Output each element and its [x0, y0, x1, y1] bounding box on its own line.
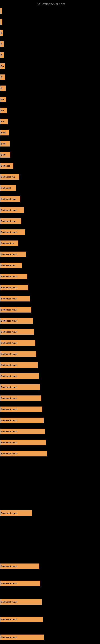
bar-row: Bottleneck result	[0, 394, 41, 402]
bar-fill: B	[0, 52, 4, 58]
bar-fill: Bottleneck result	[0, 252, 26, 257]
bar-fill: Bottleneck result	[0, 451, 47, 456]
bar-label: Bottleneck result	[1, 342, 17, 344]
bar-fill: Bottleneck resu	[0, 263, 22, 268]
bar-label: B	[1, 76, 2, 78]
bar-fill: Bottleneck re	[0, 240, 18, 246]
bar-fill: Bottleneck result	[0, 429, 45, 434]
bar-row: Bottleneck result	[0, 439, 46, 446]
bar-label: Bottlenec	[1, 165, 10, 167]
bar-row: Bottleneck resu	[0, 217, 21, 225]
bar-row: Bottleneck result	[0, 284, 28, 292]
bar-label: Bottleneck resu	[1, 264, 16, 267]
bar-label: Bottleneck result	[1, 298, 17, 300]
bar-fill: Bottleneck result	[0, 396, 41, 401]
bar-row: Bottleneck result	[0, 562, 39, 570]
bar-label: Bottleneck result	[1, 565, 17, 568]
bar-row: Bottleneck resu	[0, 262, 22, 269]
bar-fill: Bo	[0, 108, 7, 113]
bar-fill: Bottleneck result	[0, 296, 30, 302]
bar-label: Bo	[1, 98, 3, 100]
bar-label: Bottleneck result	[1, 320, 17, 322]
bar-fill: E	[0, 30, 3, 36]
bar-fill: Bottleneck	[0, 185, 16, 191]
bar-fill: B	[0, 86, 6, 91]
bar-fill: Bottleneck res	[0, 174, 19, 180]
bar-row: Bottleneck result	[0, 306, 31, 314]
bar-label: Bottl	[1, 154, 6, 156]
bar-label: E	[1, 32, 2, 34]
bar-row: Bottleneck result	[0, 328, 34, 336]
bar-fill: Bottleneck result	[0, 351, 36, 357]
bar-row: Bottleneck result	[0, 372, 39, 380]
bar-label: Bottleneck result	[1, 353, 17, 355]
bar-fill: Bottl	[0, 130, 9, 136]
bar-row: Bottl	[0, 140, 10, 148]
bar-label: Bottleneck result	[1, 452, 17, 455]
bar-fill: Bottleneck resu	[0, 196, 20, 202]
bar-fill: Bottleneck result	[0, 418, 44, 423]
bar-row: Bottleneck result	[0, 598, 42, 606]
bar-fill: Bottleneck result	[0, 230, 25, 235]
site-title: TheBottlenecker.com	[0, 1, 100, 8]
bar-label: Bottleneck res	[1, 176, 15, 178]
bar-row: Bo	[0, 107, 7, 114]
bar-fill: Bottleneck result	[0, 617, 43, 622]
bar-row: Bottleneck result	[0, 206, 24, 214]
bar-row: B	[0, 74, 5, 81]
bar-fill: B	[0, 41, 3, 47]
bar-fill: Bottl	[0, 141, 10, 146]
bar-fill: Bottleneck result	[0, 329, 34, 335]
bar-fill: Bot	[0, 119, 8, 124]
bar-row: Bottleneck result	[0, 361, 38, 369]
bar-fill: Bottleneck result	[0, 285, 28, 290]
bar-fill: Bottleneck result	[0, 307, 31, 312]
bar-label: Bottleneck result	[1, 618, 17, 621]
bar-row: Bottleneck result	[0, 317, 33, 324]
bar-label: Bottleneck result	[1, 309, 17, 311]
bar-label: Bottleneck result	[1, 442, 17, 444]
bar-row: Bottlenec	[0, 162, 13, 170]
bar-label: Bottleneck result	[1, 430, 17, 433]
bar-label: B	[1, 43, 2, 45]
bar-row: Bottleneck result	[0, 406, 42, 413]
bar-label: Bottleneck result	[1, 582, 17, 585]
bar-row: Bottl	[0, 129, 9, 136]
bar-fill: Bottleneck result	[0, 274, 27, 279]
bar-label: Bottleneck result	[1, 286, 17, 289]
bar-label: B	[1, 87, 2, 90]
bar-row: Bottleneck result	[0, 384, 40, 391]
bar-row: E	[0, 29, 3, 37]
bar-label: Bottleneck result	[1, 364, 17, 366]
bar-fill: Bottleneck result	[0, 406, 42, 412]
bar-row: Bottleneck result	[0, 580, 40, 587]
bar-label: Bottleneck result	[1, 331, 17, 333]
bar-label: Bottl	[1, 143, 6, 145]
bar-fill: Bottleneck result	[0, 207, 24, 213]
bar-row: Bot	[0, 118, 8, 126]
bar-label: Bottleneck resu	[1, 198, 16, 200]
bar-fill: Bottl	[0, 152, 10, 158]
bar-row: Bottleneck result	[0, 416, 44, 424]
bar-label: Bottleneck result	[1, 231, 17, 234]
bar-row: B	[0, 51, 4, 59]
bar-label: Bottleneck result	[1, 512, 17, 514]
bar-row: Bottl	[0, 151, 10, 158]
bar-fill: Bottleneck result	[0, 340, 35, 346]
bar-row: Bottleneck result	[0, 509, 32, 517]
bar-label: Bottleneck result	[1, 375, 17, 377]
bar-row: Bottleneck result	[0, 339, 35, 347]
bar-fill	[0, 19, 2, 25]
bar-label: Bottleneck result	[1, 276, 17, 278]
bar-row: Bottleneck result	[0, 634, 44, 641]
bar-label: Bottleneck	[1, 187, 11, 189]
bar-fill: Bottleneck result	[0, 580, 40, 586]
bar-fill: Bottleneck result	[0, 373, 39, 379]
bar-row: Bottleneck res	[0, 173, 19, 181]
bar-row: B	[0, 84, 6, 92]
bar-row: Bottleneck result	[0, 616, 43, 623]
bar-label: Bottleneck result	[1, 386, 17, 388]
bar-label: Bottleneck result	[1, 601, 17, 603]
bar-fill: Bo	[0, 96, 6, 102]
bar-label: Bo	[1, 110, 3, 112]
